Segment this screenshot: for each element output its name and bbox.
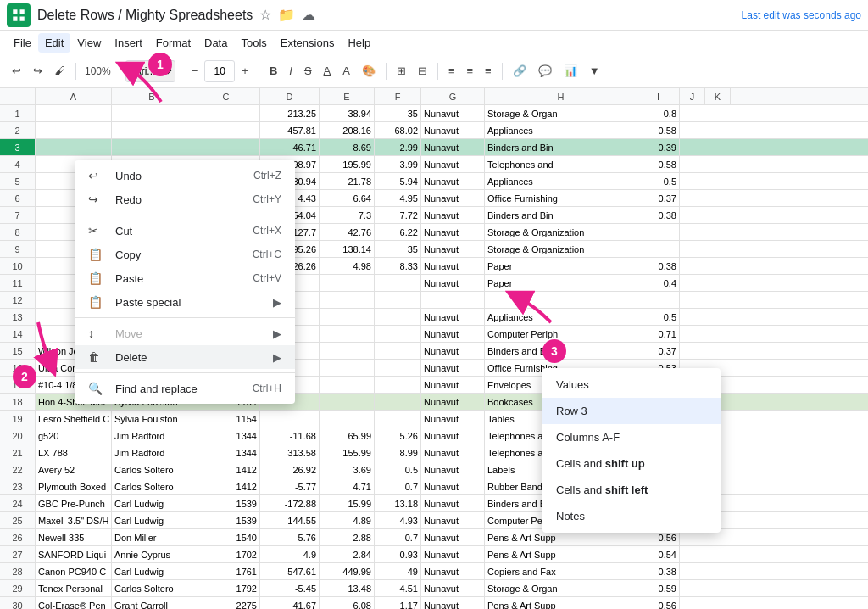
cell-c[interactable]: Sylvia Foulston	[112, 411, 192, 427]
cell-f[interactable]: 4.98	[320, 258, 375, 274]
cell-d[interactable]: 1344	[192, 427, 260, 444]
cell-i[interactable]: Paper	[485, 275, 637, 291]
menu-delete[interactable]: 🗑 Delete ▶	[75, 345, 295, 369]
link-button[interactable]: 🔗	[508, 61, 531, 81]
cell-e[interactable]	[260, 411, 320, 427]
cell-c[interactable]: Carl Ludwig	[112, 495, 192, 511]
col-header-k[interactable]: K	[705, 88, 731, 104]
cell-g[interactable]	[375, 292, 421, 308]
table-row[interactable]: 23Plymouth BoxedCarlos Soltero1412-5.774…	[0, 478, 868, 495]
cell-b[interactable]: Tenex Personal	[36, 580, 112, 596]
cell-g[interactable]: 13.18	[375, 495, 421, 511]
menu-edit[interactable]: Edit	[38, 33, 70, 53]
cell-g[interactable]: 0.93	[375, 546, 421, 562]
cell-g[interactable]: 5.94	[375, 173, 421, 189]
cell-d[interactable]: 1792	[192, 580, 260, 596]
table-row[interactable]: 26Newell 335Don Miller15405.762.880.7Nun…	[0, 529, 868, 546]
cell-b[interactable]: GBC Pre-Punch	[36, 495, 112, 511]
cell-f[interactable]: 13.48	[320, 580, 375, 596]
star-icon[interactable]: ☆	[259, 7, 271, 23]
cell-i[interactable]: Appliances	[485, 122, 637, 138]
cell-e[interactable]: -11.68	[260, 427, 320, 444]
cell-b[interactable]: Newell 335	[36, 529, 112, 545]
table-row[interactable]: 346.718.692.99NunavutBinders and Bin0.39	[0, 139, 868, 156]
col-header-f[interactable]: F	[375, 88, 421, 104]
cell-g[interactable]: 8.33	[375, 258, 421, 274]
cell-g[interactable]: 4.93	[375, 512, 421, 528]
cell-g[interactable]: 0.5	[375, 461, 421, 478]
menu-help[interactable]: Help	[341, 33, 377, 53]
table-row[interactable]: 30Col-Erase® PenGrant Carroll227541.676.…	[0, 597, 868, 609]
cell-d[interactable]: 1702	[192, 546, 260, 562]
cell-g[interactable]: 7.72	[375, 207, 421, 223]
cell-i[interactable]: Appliances	[485, 173, 637, 189]
menu-copy[interactable]: 📋 Copy Ctrl+C	[75, 243, 295, 266]
cell-d[interactable]	[192, 122, 260, 138]
font-size-increase[interactable]: +	[236, 61, 253, 81]
menu-find-replace[interactable]: 🔍 Find and replace Ctrl+H	[75, 377, 295, 400]
cell-h[interactable]: Nunavut	[421, 309, 485, 325]
cell-g[interactable]: 0.7	[375, 529, 421, 545]
cell-e[interactable]: 46.71	[260, 139, 320, 155]
cell-g[interactable]	[375, 343, 421, 359]
cell-i[interactable]	[485, 292, 637, 308]
cell-g[interactable]	[375, 377, 421, 393]
cell-e[interactable]: 41.67	[260, 597, 320, 609]
cell-b[interactable]: Lesro Sheffield C	[36, 411, 112, 427]
menu-undo[interactable]: ↩ Undo Ctrl+Z	[75, 164, 295, 187]
cell-i[interactable]: Binders and Bin	[485, 207, 637, 223]
menu-tools[interactable]: Tools	[234, 33, 273, 53]
cell-g[interactable]	[375, 309, 421, 325]
cell-h[interactable]: Nunavut	[421, 156, 485, 172]
cell-f[interactable]	[320, 326, 375, 342]
cell-g[interactable]: 2.99	[375, 139, 421, 155]
cell-d[interactable]: 1539	[192, 495, 260, 511]
cell-e[interactable]: 26.92	[260, 461, 320, 478]
paint-button[interactable]: 🖌	[49, 61, 70, 81]
cell-f[interactable]	[320, 377, 375, 393]
menu-cut[interactable]: ✂ Cut Ctrl+X	[75, 219, 295, 243]
cell-f[interactable]: 4.89	[320, 512, 375, 528]
cell-c[interactable]: Don Miller	[112, 529, 192, 545]
filter-button[interactable]: ▼	[584, 61, 605, 81]
cell-f[interactable]: 7.3	[320, 207, 375, 223]
cell-e[interactable]: -547.61	[260, 563, 320, 579]
cell-f[interactable]: 449.99	[320, 563, 375, 579]
table-row[interactable]: 22Avery 52Carlos Soltero141226.923.690.5…	[0, 461, 868, 478]
cell-i[interactable]: Appliances	[485, 309, 637, 325]
cell-g[interactable]: 6.22	[375, 224, 421, 240]
cell-f[interactable]: 6.64	[320, 190, 375, 206]
table-row[interactable]: 2457.81208.1668.02NunavutAppliances0.58	[0, 122, 868, 139]
align-right-button[interactable]: ≡	[480, 61, 497, 81]
cell-j[interactable]: 0.71	[637, 326, 680, 342]
cell-i[interactable]: Computer Periph	[485, 326, 637, 342]
cell-c[interactable]: Annie Cyprus	[112, 546, 192, 562]
cell-i[interactable]: Paper	[485, 258, 637, 274]
cell-h[interactable]: Nunavut	[421, 411, 485, 427]
cell-f[interactable]: 2.88	[320, 529, 375, 545]
cell-h[interactable]: Nunavut	[421, 427, 485, 444]
cell-f[interactable]: 21.78	[320, 173, 375, 189]
cell-h[interactable]	[421, 292, 485, 308]
font-size-decrease[interactable]: −	[186, 61, 203, 81]
cell-h[interactable]: Nunavut	[421, 512, 485, 528]
chart-button[interactable]: 📊	[559, 61, 582, 81]
cell-h[interactable]: Nunavut	[421, 495, 485, 511]
cell-f[interactable]: 6.08	[320, 597, 375, 609]
cell-g[interactable]: 4.51	[375, 580, 421, 596]
cell-f[interactable]	[320, 394, 375, 410]
cell-h[interactable]: Nunavut	[421, 343, 485, 359]
table-row[interactable]: 29Tenex PersonalCarlos Soltero1792-5.451…	[0, 580, 868, 597]
cell-c[interactable]: Carl Ludwig	[112, 563, 192, 579]
cell-c[interactable]	[112, 139, 192, 155]
cell-j[interactable]: 0.56	[637, 597, 680, 609]
folder-icon[interactable]: 📁	[278, 7, 295, 23]
cell-c[interactable]: Carlos Soltero	[112, 478, 192, 494]
delete-cells-shift-left[interactable]: Cells and shift left	[542, 477, 721, 503]
cell-j[interactable]: 0.4	[637, 275, 680, 291]
merge-button[interactable]: ⊟	[413, 61, 432, 81]
cell-f[interactable]	[320, 360, 375, 376]
cell-e[interactable]: 457.81	[260, 122, 320, 138]
undo-button[interactable]: ↩	[7, 61, 26, 81]
cell-j[interactable]	[637, 224, 680, 240]
